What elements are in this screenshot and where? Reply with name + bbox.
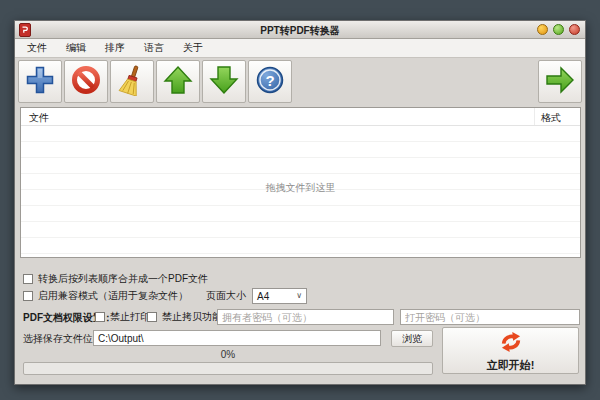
remove-block-icon: [70, 64, 102, 100]
save-location-label: 选择保存文件位置: [23, 332, 103, 346]
page-size-select[interactable]: A4 ∨: [252, 288, 307, 304]
help-question-icon: ?: [254, 64, 286, 100]
minimize-button[interactable]: [537, 24, 548, 35]
menu-item-file[interactable]: 文件: [27, 41, 47, 55]
column-header-file[interactable]: 文件: [29, 111, 49, 125]
app-window: PPT转PDF转换器 文件 编辑 排序 语言 关于: [14, 20, 586, 385]
svg-text:?: ?: [265, 71, 274, 88]
menu-bar: 文件 编辑 排序 语言 关于: [15, 39, 585, 58]
no-print-label: 禁止打印: [110, 310, 150, 324]
progress-percent-label: 0%: [23, 349, 433, 360]
menu-item-sort[interactable]: 排序: [105, 41, 125, 55]
add-file-button[interactable]: [18, 60, 62, 103]
close-button[interactable]: [569, 24, 580, 35]
browse-button[interactable]: 浏览: [391, 330, 433, 347]
move-up-arrow-icon: [162, 64, 194, 100]
remove-file-button[interactable]: [64, 60, 108, 103]
drag-drop-hint: 拖拽文件到这里: [21, 181, 580, 195]
column-header-format[interactable]: 格式: [541, 111, 561, 125]
help-button[interactable]: ?: [248, 60, 292, 103]
start-conversion-button[interactable]: 立即开始!: [442, 327, 579, 374]
menu-item-edit[interactable]: 编辑: [66, 41, 86, 55]
window-title: PPT转PDF转换器: [15, 24, 585, 38]
merge-checkbox-label: 转换后按列表顺序合并成一个PDF文件: [38, 272, 208, 286]
menu-item-language[interactable]: 语言: [144, 41, 164, 55]
file-list[interactable]: 文件 格式 拖拽文件到这里: [20, 107, 581, 258]
compat-option-row: 启用兼容模式（适用于复杂文件） 页面大小 A4 ∨: [23, 287, 577, 305]
menu-item-about[interactable]: 关于: [183, 41, 203, 55]
red-convert-sync-icon: [497, 329, 525, 357]
move-down-button[interactable]: [202, 60, 246, 103]
chevron-down-icon: ∨: [296, 292, 302, 300]
file-list-header: 文件 格式: [21, 108, 580, 126]
no-print-option: 禁止打印: [95, 308, 150, 326]
start-button-label: 立即开始!: [487, 358, 535, 373]
window-controls: [537, 24, 580, 35]
title-bar: PPT转PDF转换器: [15, 21, 585, 39]
add-plus-icon: [24, 64, 56, 100]
no-copy-checkbox[interactable]: [147, 312, 157, 322]
compat-checkbox[interactable]: [23, 291, 33, 301]
owner-password-input[interactable]: [217, 309, 394, 325]
convert-right-arrow-icon: [544, 64, 576, 100]
clear-list-button[interactable]: [110, 60, 154, 103]
permissions-row: PDF文档权限设置： 禁止打印 禁止拷贝功能: [23, 308, 577, 326]
toolbar: ?: [18, 60, 582, 106]
save-path-input[interactable]: [93, 330, 381, 346]
compat-checkbox-label: 启用兼容模式（适用于复杂文件）: [38, 289, 188, 303]
convert-button[interactable]: [538, 60, 582, 103]
no-copy-option: 禁止拷贝功能: [147, 308, 222, 326]
page-size-label: 页面大小: [206, 289, 246, 303]
move-down-arrow-icon: [208, 64, 240, 100]
page-size-value: A4: [257, 291, 269, 302]
no-copy-label: 禁止拷贝功能: [162, 310, 222, 324]
desktop: { "window": { "title": "PPT转PDF转换器", "co…: [0, 0, 600, 400]
file-list-body[interactable]: 拖拽文件到这里: [21, 126, 580, 257]
move-up-button[interactable]: [156, 60, 200, 103]
no-print-checkbox[interactable]: [95, 312, 105, 322]
open-password-input[interactable]: [400, 309, 580, 325]
merge-checkbox[interactable]: [23, 274, 33, 284]
maximize-button[interactable]: [553, 24, 564, 35]
merge-option-row: 转换后按列表顺序合并成一个PDF文件: [23, 270, 577, 288]
column-separator: [534, 108, 535, 125]
progress-bar: [23, 362, 433, 375]
clear-broom-icon: [116, 64, 148, 100]
